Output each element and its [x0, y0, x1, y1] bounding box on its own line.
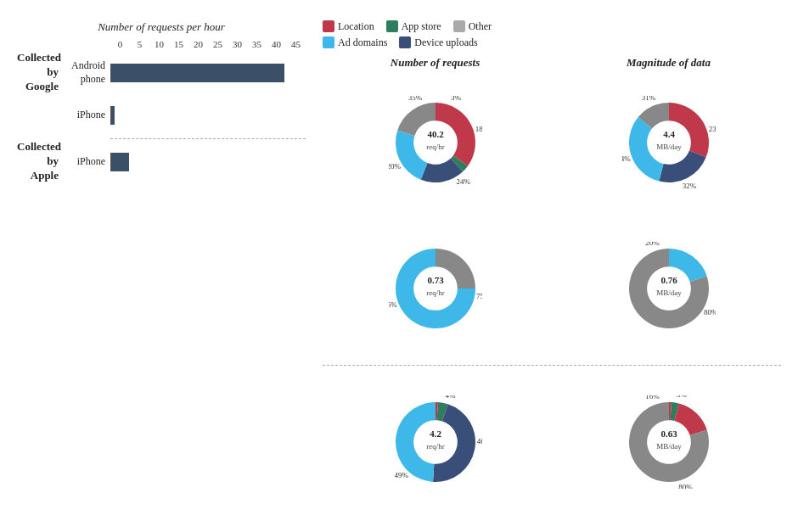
- legend-label: Location: [338, 20, 374, 33]
- donut-center-unit: MB/day: [656, 442, 682, 451]
- legend-row: LocationApp storeOtherAd domainsDevice u…: [323, 20, 781, 49]
- bar-row: Collectedby AppleiPhone: [17, 141, 306, 183]
- donut-segment-label: 32%: [682, 181, 696, 188]
- donuts-section: 35%3%18%24%20%40.2req/hr31%23%32%14%4.4M…: [323, 73, 781, 512]
- donut-segment-label: 1%: [434, 395, 445, 397]
- donut-wrapper-right: 31%23%32%14%4.4MB/day: [556, 96, 781, 189]
- donut-segment-label: 46%: [476, 437, 481, 445]
- section-label: Collectedby Google: [17, 51, 64, 94]
- legend-swatch: [453, 20, 465, 32]
- donut-segment-label: 75%: [475, 292, 481, 300]
- legend-item: Ad domains: [323, 36, 387, 49]
- legend-item: Other: [453, 20, 492, 33]
- donut-segment-label: 23%: [708, 125, 715, 133]
- axis-label: 25: [208, 39, 228, 49]
- axis-label: 0: [110, 39, 130, 49]
- donut-segment-label: 3%: [676, 395, 687, 399]
- bar-row: Collectedby GoogleAndroidphone: [17, 52, 306, 94]
- legend-item: Location: [323, 20, 374, 33]
- donut-center-value: 40.2: [427, 129, 444, 139]
- donut-segment-label: 20%: [389, 161, 401, 170]
- donut-pair-row: 25%75%0.73req/hr20%80%0.76MB/day: [323, 219, 781, 358]
- donuts-header: Number of requests Magnitude of data: [323, 56, 781, 70]
- legend-swatch: [386, 20, 398, 32]
- bar-chart-area: Number of requests per hour 051015202530…: [17, 20, 306, 512]
- donut-center-value: 0.63: [660, 428, 677, 439]
- axis-label: 30: [228, 39, 247, 49]
- axis-label: 40: [267, 39, 286, 49]
- bar-fill: [111, 106, 115, 125]
- device-label: iPhone: [64, 155, 110, 169]
- axis-label: 15: [169, 39, 188, 49]
- donut-divider: [323, 365, 781, 366]
- axis-label: 35: [247, 39, 267, 49]
- donut-segment-label: 3%: [451, 96, 462, 102]
- legend-swatch: [323, 20, 334, 32]
- donut-center-unit: MB/day: [656, 143, 682, 151]
- bar-fill: [111, 153, 129, 171]
- bar-chart-inner: 051015202530354045Collectedby GoogleAndr…: [17, 39, 306, 512]
- legend-label: Ad domains: [338, 36, 387, 49]
- axis-label: 20: [188, 39, 208, 49]
- donut-segment: [396, 130, 427, 179]
- donut-col1-header: Number of requests: [323, 56, 548, 70]
- donut-col2-header: Magnitude of data: [556, 56, 781, 70]
- donut-segment-label: 31%: [641, 96, 655, 102]
- donut-center-value: 0.76: [660, 275, 677, 285]
- donut-center-unit: req/hr: [426, 442, 445, 451]
- donut-segment: [674, 404, 706, 436]
- legend-label: App store: [402, 20, 441, 33]
- axis-label: 45: [286, 39, 306, 49]
- donut-segment-label: 25%: [389, 300, 397, 309]
- donut-wrapper-right: 20%80%0.76MB/day: [556, 242, 781, 335]
- donut-segment-label: 4%: [445, 395, 456, 400]
- donut-center-unit: MB/day: [656, 288, 682, 297]
- legend-item: Device uploads: [399, 36, 477, 49]
- axis-label: 5: [130, 39, 149, 49]
- device-label: Androidphone: [64, 59, 110, 86]
- bar-container: [110, 64, 306, 82]
- donut-segment-label: 20%: [645, 242, 660, 247]
- donut-center-unit: req/hr: [426, 143, 445, 151]
- device-label: iPhone: [64, 109, 110, 122]
- axis-label: 10: [149, 39, 169, 49]
- donut-wrapper-right: 1%3%16%80%0.63MB/day: [556, 395, 781, 489]
- section-label: Collectedby Apple: [17, 140, 64, 183]
- donut-segment-label: 49%: [394, 472, 408, 480]
- legend-label: Other: [469, 20, 492, 33]
- donut-center-value: 4.2: [430, 428, 441, 439]
- main-container: Number of requests per hour 051015202530…: [8, 12, 790, 521]
- legend-label: Device uploads: [414, 36, 477, 49]
- bar-row: iPhone: [17, 94, 306, 137]
- top-section: Number of requests per hour 051015202530…: [17, 20, 781, 512]
- donut-wrapper-left: 25%75%0.73req/hr: [323, 242, 548, 335]
- donut-wrapper-left: 1%4%46%49%4.2req/hr: [323, 395, 548, 489]
- right-area: LocationApp storeOtherAd domainsDevice u…: [306, 20, 781, 512]
- donut-pair-row: 1%4%46%49%4.2req/hr1%3%16%80%0.63MB/day: [323, 372, 781, 512]
- donut-segment-label: 18%: [475, 125, 481, 133]
- donut-center-unit: req/hr: [426, 288, 445, 297]
- donut-segment-label: 80%: [678, 483, 693, 489]
- chart-divider: [110, 138, 306, 139]
- donut-pair-row: 35%3%18%24%20%40.2req/hr31%23%32%14%4.4M…: [323, 73, 781, 212]
- bar-container: [110, 153, 306, 171]
- bar-chart-title: Number of requests per hour: [17, 20, 306, 34]
- donut-segment-label: 24%: [456, 176, 470, 185]
- donut-segment-label: 16%: [645, 395, 660, 400]
- bar-fill: [111, 64, 284, 82]
- donut-segment: [659, 150, 705, 182]
- donut-center-value: 4.4: [663, 129, 675, 139]
- bar-container: [110, 106, 306, 125]
- donut-segment-label: 35%: [407, 96, 422, 102]
- legend-swatch: [323, 36, 334, 48]
- legend-item: App store: [386, 20, 441, 33]
- donut-center-value: 0.73: [427, 275, 444, 285]
- donut-segment-label: 80%: [704, 308, 716, 316]
- donut-segment-label: 14%: [622, 154, 631, 162]
- legend-swatch: [399, 36, 411, 48]
- donut-wrapper-left: 35%3%18%24%20%40.2req/hr: [323, 96, 548, 189]
